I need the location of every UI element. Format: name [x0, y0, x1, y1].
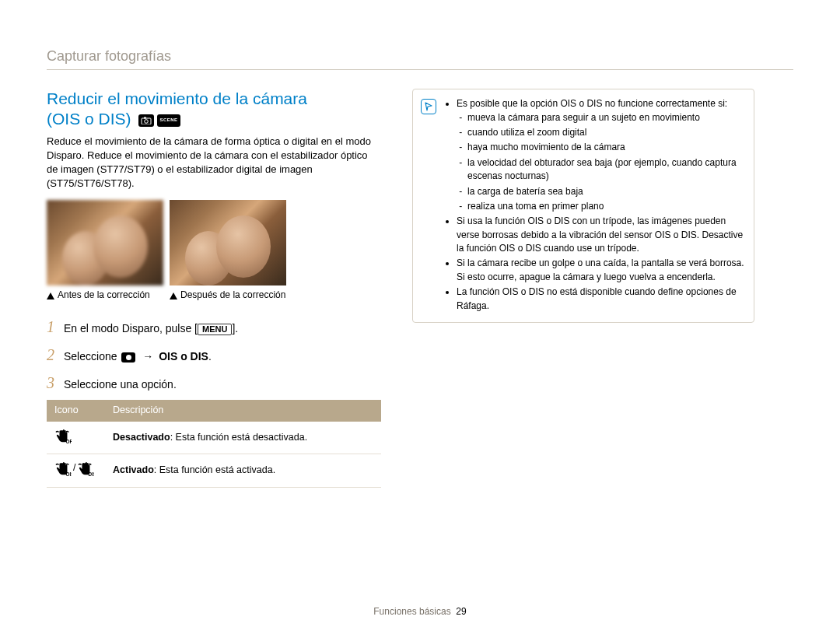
table-header-row: Icono Descripción	[47, 400, 381, 422]
note-list: Es posible que la opción OIS o DIS no fu…	[444, 97, 744, 314]
svg-text:DIS: DIS	[89, 471, 94, 476]
list-item: cuando utiliza el zoom digital	[467, 126, 744, 139]
page-footer: Funciones básicas 29	[0, 605, 840, 618]
scene-icon: SCENE	[157, 114, 180, 127]
left-column: Reducir el movimiento de la cámara (OIS …	[47, 89, 381, 488]
list-item: mueva la cámara para seguir a un sujeto …	[467, 111, 744, 124]
list-item: realiza una toma en primer plano	[467, 200, 744, 213]
camera-p-icon	[138, 114, 154, 127]
table-row: OIS / DIS Activado: Esta función está ac…	[47, 454, 381, 488]
svg-point-1	[145, 120, 149, 124]
th-icon: Icono	[47, 400, 105, 422]
page-number: 29	[456, 606, 466, 617]
list-item: la carga de batería sea baja	[467, 185, 744, 198]
divider	[47, 69, 793, 70]
svg-rect-2	[144, 117, 146, 118]
section-heading: Reducir el movimiento de la cámara (OIS …	[47, 89, 381, 130]
svg-rect-0	[142, 118, 151, 124]
options-table: Icono Descripción OFF Desactivado: Esta …	[47, 400, 381, 488]
right-column: Es posible que la opción OIS o DIS no fu…	[412, 89, 754, 323]
list-item: Si la cámara recibe un golpe o una caída…	[457, 257, 744, 284]
triangle-up-icon	[170, 292, 177, 299]
step-2: 2 Seleccione → OIS o DIS.	[47, 344, 381, 366]
list-item: haya mucho movimiento de la cámara	[467, 141, 744, 154]
caption-before: Antes de la corrección	[47, 289, 163, 302]
section-title-line1: Reducir el movimiento de la cámara	[47, 89, 307, 107]
list-item: La función OIS o DIS no está disponible …	[457, 285, 744, 313]
caption-after: Después de la corrección	[170, 289, 286, 302]
intro-text: Reduce el movimiento de la cámara de for…	[47, 135, 381, 191]
menu-button-label: MENU	[198, 324, 232, 335]
camera-icon	[121, 352, 135, 363]
note-box: Es posible que la opción OIS o DIS no fu…	[412, 89, 754, 323]
manual-page: Capturar fotografías Reducir el movimien…	[0, 0, 840, 634]
triangle-up-icon	[47, 292, 54, 299]
footer-section: Funciones básicas	[373, 606, 450, 617]
svg-text:OIS: OIS	[66, 471, 72, 476]
step-number: 2	[47, 344, 56, 366]
table-row: OFF Desactivado: Esta función está desac…	[47, 422, 381, 454]
list-item: Si usa la función OIS o DIS con un trípo…	[457, 215, 744, 255]
photo-before	[47, 200, 163, 285]
section-title-line2: (OIS o DIS)	[47, 110, 131, 128]
step-3: 3 Seleccione una opción.	[47, 372, 381, 394]
list-item: Es posible que la opción OIS o DIS no fu…	[457, 97, 744, 213]
step-number: 1	[47, 316, 56, 338]
hand-ois-dis-icon: OIS / DIS	[54, 461, 94, 476]
note-icon	[421, 99, 436, 114]
list-item: la velocidad del obturador sea baja (por…	[467, 156, 744, 184]
photo-after	[170, 200, 286, 285]
svg-text:OFF: OFF	[66, 439, 72, 443]
th-desc: Descripción	[105, 400, 381, 422]
step-number: 3	[47, 372, 56, 394]
hand-off-icon: OFF	[54, 428, 72, 443]
chapter-title: Capturar fotografías	[47, 47, 793, 66]
step-1: 1 En el modo Disparo, pulse [MENU].	[47, 316, 381, 338]
